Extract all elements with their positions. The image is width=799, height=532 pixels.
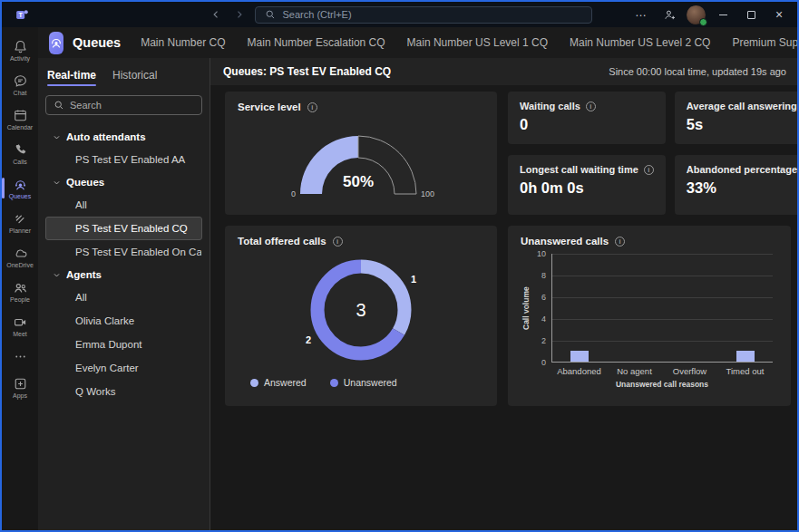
info-icon[interactable] [615, 237, 625, 247]
tree-item-ps-test-ev-enabled-cq[interactable]: PS Test EV Enabled CQ [45, 217, 202, 240]
gauge-value-label: 50% [343, 173, 374, 190]
tree-group-agents[interactable]: Agents [45, 264, 202, 285]
update-status: Since 00:00 local time, updated 19s ago [609, 66, 786, 77]
forward-icon[interactable] [231, 6, 248, 23]
tree-item-ps-test-ev-enabled-on-call-nct-cq[interactable]: PS Test EV Enabled On Call NCT CQ [45, 240, 202, 264]
tab-premium-support-nct-de-cq[interactable]: Premium Support NCT DE CQ [732, 36, 799, 49]
rail-item-chat[interactable]: Chat [2, 69, 38, 101]
stat-card-longest-call-waiting-time: Longest call waiting time0h 0m 0s [508, 155, 666, 215]
stat-label: Average call answering time [687, 101, 799, 111]
search-input[interactable]: Search (Ctrl+E) [255, 6, 592, 24]
donut-value-label-unanswered: 2 [306, 334, 311, 345]
cloud-icon [13, 245, 28, 261]
people-icon [13, 279, 28, 295]
chevron-down-icon [53, 271, 61, 279]
panel-tab-historical[interactable]: Historical [112, 69, 157, 86]
titlebar-left: T [2, 7, 192, 23]
x-category-label: Timed out [717, 366, 773, 376]
stat-value: 0 [520, 116, 654, 133]
info-icon[interactable] [307, 102, 317, 112]
tree-group-queues[interactable]: Queues [45, 171, 202, 193]
tab-main-number-cq[interactable]: Main Number CQ [141, 36, 225, 49]
x-axis-title: Unanswered call reasons [551, 380, 773, 389]
search-icon [54, 100, 64, 111]
tab-main-number-us-level-1-cq[interactable]: Main Number US Level 1 CQ [407, 36, 548, 49]
add-people-icon[interactable] [658, 5, 680, 24]
y-tick-label: 8 [541, 271, 546, 280]
rail-item-planner[interactable]: Planner [2, 207, 38, 238]
rail-item-calendar[interactable]: Calendar [2, 103, 38, 135]
chevron-down-icon [53, 133, 61, 141]
app-title: Queues [73, 35, 121, 50]
x-axis-labels: AbandonedNo agentOverflowTimed out [551, 366, 773, 376]
tree-item-olivia-clarke[interactable]: Olivia Clarke [45, 309, 202, 333]
rail-item-meet[interactable]: Meet [2, 310, 38, 342]
close-icon[interactable] [768, 5, 790, 24]
tree-group-label: Auto attendants [66, 131, 146, 142]
titlebar-center: Search (Ctrl+E) [208, 6, 592, 24]
rail-item-label: People [10, 296, 30, 303]
planner-icon [13, 210, 28, 227]
minimize-icon[interactable] [712, 5, 734, 24]
unanswered-calls-chart: Call volume 0246810 AbandonedNo agentOve… [521, 254, 778, 389]
gauge-min-label: 0 [291, 189, 296, 198]
stat-value: 5s [687, 116, 799, 133]
bar-plot-area [551, 254, 773, 363]
rail-item-activity[interactable]: Activity [2, 34, 38, 66]
titlebar-right [630, 5, 797, 24]
y-tick-label: 2 [541, 336, 546, 345]
legend-dot-unanswered [330, 379, 338, 387]
stat-card-abandoned-percentage: Abandoned percentage33% [675, 155, 799, 215]
status-available-badge [699, 18, 707, 26]
tree-item-ps-test-ev-enabled-aa[interactable]: PS Test EV Enabled AA [45, 148, 202, 171]
legend-label: Unanswered [344, 377, 397, 388]
stat-grid: Waiting calls0Average call answering tim… [508, 92, 799, 215]
bar-timed-out [736, 351, 755, 362]
rail-item-dots[interactable] [2, 344, 38, 369]
unanswered-calls-title: Unanswered calls [521, 236, 609, 247]
tree-item-all[interactable]: All [45, 285, 202, 309]
rail-item-calls[interactable]: Calls [2, 138, 38, 169]
teams-window: T Search (Ctrl+E) [0, 0, 799, 532]
more-options-icon[interactable] [630, 5, 652, 24]
back-icon[interactable] [208, 6, 224, 23]
stat-label-text: Longest call waiting time [520, 164, 638, 175]
rail-item-label: Planner [9, 227, 31, 234]
info-icon[interactable] [333, 237, 343, 247]
tab-main-number-escalation-cq[interactable]: Main Number Escalation CQ [248, 36, 385, 49]
legend-item-answered: Answered [250, 377, 307, 388]
y-axis-ticks: 0246810 [531, 254, 551, 363]
info-icon[interactable] [586, 102, 596, 111]
tree-item-all[interactable]: All [45, 193, 202, 217]
y-tick-label: 0 [541, 358, 546, 367]
stat-label-text: Waiting calls [520, 101, 580, 111]
tree-item-emma-dupont[interactable]: Emma Dupont [45, 333, 202, 356]
rail-item-onedrive[interactable]: OneDrive [2, 241, 38, 273]
maximize-icon[interactable] [740, 5, 762, 24]
rail-item-people[interactable]: People [2, 276, 38, 307]
content-header: Queues: PS Test EV Enabled CQ Since 00:0… [210, 58, 797, 85]
teams-logo-icon: T [15, 7, 30, 23]
chat-icon [13, 73, 28, 89]
info-icon[interactable] [644, 165, 654, 175]
app-rail: ActivityChatCalendarCallsQueuesPlannerOn… [2, 27, 38, 530]
rail-item-queues[interactable]: Queues [2, 172, 38, 204]
rail-item-label: Queues [9, 193, 32, 199]
tree-group-auto-attendants[interactable]: Auto attendants [45, 126, 202, 148]
total-offered-calls-title: Total offered calls [238, 236, 326, 247]
calendar-icon [13, 107, 28, 123]
panel-tab-real-time[interactable]: Real-time [47, 69, 96, 86]
tab-main-number-us-level-2-cq[interactable]: Main Number US Level 2 CQ [570, 36, 710, 49]
panel-tabs: Real-timeHistorical [45, 67, 202, 95]
stat-value: 33% [687, 179, 799, 197]
tree-item-evelyn-carter[interactable]: Evelyn Carter [45, 356, 202, 380]
user-avatar[interactable] [687, 5, 706, 24]
tree-search-input[interactable]: Search [45, 95, 202, 115]
queue-tab-strip: Main Number CQMain Number Escalation CQM… [141, 36, 799, 49]
rail-item-label: Calendar [7, 124, 33, 131]
rail-item-apps[interactable]: Apps [2, 372, 38, 403]
dots-icon [13, 348, 28, 364]
rail-item-label: Apps [13, 392, 27, 399]
rail-item-label: Chat [14, 90, 27, 96]
tree-item-q-works[interactable]: Q Works [45, 380, 202, 403]
